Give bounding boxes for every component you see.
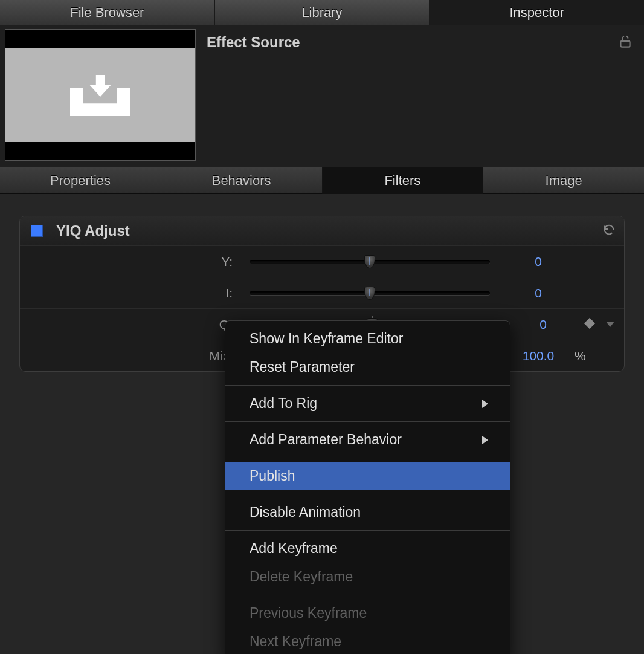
thumbnail-letterbox: [5, 142, 195, 160]
menu-item-label: Previous Keyframe: [250, 605, 367, 621]
tab-library[interactable]: Library: [215, 0, 430, 25]
submenu-arrow-icon: [482, 436, 488, 444]
submenu-arrow-icon: [482, 400, 488, 408]
menu-show-in-keyframe-editor[interactable]: Show In Keyframe Editor: [225, 325, 510, 353]
menu-item-label: Publish: [250, 468, 295, 484]
param-label: Q:: [20, 317, 237, 332]
tab-inspector[interactable]: Inspector: [430, 0, 644, 25]
reset-icon[interactable]: [602, 223, 616, 239]
menu-reset-parameter[interactable]: Reset Parameter: [225, 353, 510, 381]
thumbnail-drop-zone: [5, 48, 195, 142]
inspector-header: Effect Source: [0, 25, 644, 167]
menu-add-to-rig[interactable]: Add To Rig: [225, 389, 510, 418]
menu-item-label: Add To Rig: [250, 395, 317, 412]
subtab-image[interactable]: Image: [483, 167, 644, 194]
top-tabs: File Browser Library Inspector: [0, 0, 644, 25]
menu-item-label: Disable Animation: [250, 504, 361, 520]
svg-marker-1: [584, 317, 595, 328]
unlock-icon[interactable]: [617, 29, 639, 161]
param-label: I:: [20, 286, 237, 300]
svg-rect-0: [620, 41, 630, 47]
subtab-behaviors[interactable]: Behaviors: [161, 167, 323, 194]
menu-delete-keyframe: Delete Keyframe: [225, 563, 510, 591]
menu-separator: [225, 595, 510, 595]
menu-item-label: Delete Keyframe: [250, 569, 353, 585]
param-value[interactable]: 0: [507, 317, 579, 332]
menu-separator: [225, 530, 510, 531]
param-value[interactable]: 0: [502, 286, 575, 300]
effect-title: YIQ Adjust: [56, 222, 602, 239]
chevron-down-icon[interactable]: [606, 322, 614, 327]
keyframe-move-icon[interactable]: [583, 317, 596, 332]
thumbnail-letterbox: [5, 30, 195, 48]
menu-next-keyframe: Next Keyframe: [225, 627, 510, 654]
source-thumbnail[interactable]: [5, 29, 196, 161]
param-label: Y:: [20, 254, 237, 269]
param-slider-y[interactable]: [250, 256, 490, 267]
menu-item-label: Add Keyframe: [250, 540, 338, 557]
menu-item-label: Reset Parameter: [250, 359, 355, 375]
subtab-properties[interactable]: Properties: [0, 167, 161, 194]
param-value[interactable]: 100.0: [502, 349, 575, 363]
menu-disable-animation[interactable]: Disable Animation: [225, 498, 510, 526]
tab-file-browser[interactable]: File Browser: [0, 0, 215, 25]
sub-tabs: Properties Behaviors Filters Image: [0, 167, 644, 194]
param-unit: %: [575, 349, 593, 363]
effect-enable-checkbox[interactable]: [31, 225, 43, 237]
menu-previous-keyframe: Previous Keyframe: [225, 599, 510, 627]
menu-item-label: Next Keyframe: [250, 633, 341, 650]
param-label: Mix:: [20, 349, 237, 363]
menu-add-parameter-behavior[interactable]: Add Parameter Behavior: [225, 426, 510, 454]
menu-separator: [225, 494, 510, 494]
menu-separator: [225, 421, 510, 422]
menu-separator: [225, 385, 510, 386]
effect-header[interactable]: YIQ Adjust: [20, 216, 624, 245]
param-value[interactable]: 0: [502, 254, 575, 269]
menu-item-label: Add Parameter Behavior: [250, 432, 402, 448]
context-menu: Show In Keyframe Editor Reset Parameter …: [225, 320, 510, 654]
menu-item-label: Show In Keyframe Editor: [250, 331, 403, 347]
subtab-filters[interactable]: Filters: [323, 167, 484, 194]
param-row-i: I: 0: [20, 277, 624, 308]
drop-zone-icon: [70, 74, 130, 116]
menu-separator: [225, 458, 510, 458]
menu-add-keyframe[interactable]: Add Keyframe: [225, 534, 510, 563]
source-title: Effect Source: [207, 29, 607, 161]
param-slider-i[interactable]: [250, 288, 490, 299]
param-row-y: Y: 0: [20, 245, 624, 277]
menu-publish[interactable]: Publish: [225, 462, 510, 490]
